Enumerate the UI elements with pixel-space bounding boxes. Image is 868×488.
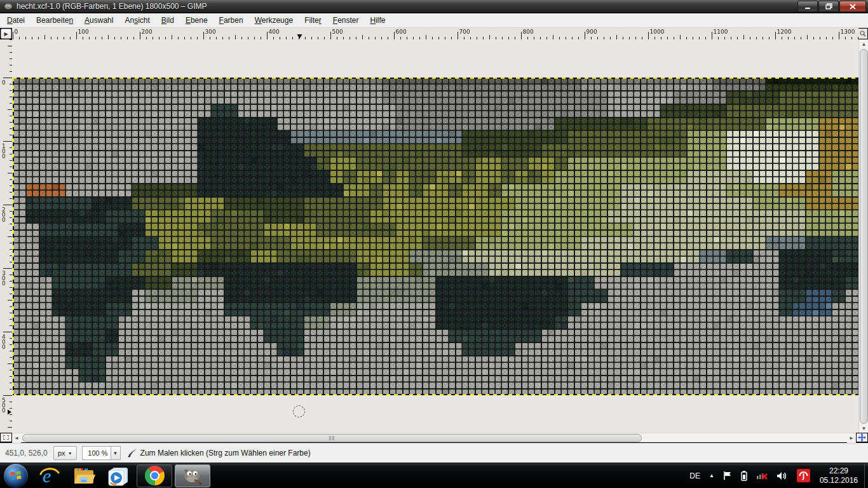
brush-outline-cursor [293,405,305,417]
menubar: DateiBearbeitenAuswahlAnsichtBildEbeneFa… [0,13,868,28]
clock[interactable]: 22:29 05.12.2016 [820,466,858,485]
horizontal-scrollbar[interactable]: ◄ ⦀⦀ ► [12,433,856,442]
windows-flag-icon [10,470,22,482]
language-indicator[interactable]: DE [689,471,700,480]
clock-date: 05.12.2016 [820,476,858,485]
menu-ebene[interactable]: Ebene [180,14,214,27]
status-message: Zum Malen klicken (Strg zum Wählen einer… [140,449,311,458]
zoom-input[interactable]: 100 % [82,446,111,460]
unit-value: px [58,449,65,457]
vertical-scrollbar[interactable]: ▲ ▼ [858,39,868,433]
window-titlebar[interactable]: hecht.xcf-1.0 (RGB-Farben, 1 Ebene) 1800… [0,0,868,13]
gimp-window-icon [4,3,13,10]
gimp-taskbar-button[interactable] [175,464,210,487]
menu-datei[interactable]: Datei [1,14,31,27]
menu-fenster[interactable]: Fenster [327,14,365,27]
vertical-scroll-thumb[interactable] [860,49,868,424]
menu-ansicht[interactable]: Ansicht [119,14,155,27]
system-tray: DE ▲ [685,463,868,488]
menu-bild[interactable]: Bild [156,14,180,27]
chrome-icon [145,466,165,485]
menu-auswahl[interactable]: Auswahl [79,14,119,27]
navigation-button[interactable] [857,433,867,442]
image-canvas[interactable] [13,78,858,395]
hidden-icons-arrow[interactable]: ▲ [709,473,714,478]
statusbar: 451,0, 526,0 px ▼ 100 % ▼ Zum Malen klic… [0,443,868,463]
window-title: hecht.xcf-1.0 (RGB-Farben, 1 Ebene) 1800… [17,2,207,11]
quick-mask-toggle[interactable] [1,433,11,442]
gimp-wilber-icon [182,466,203,485]
windows-explorer-icon[interactable] [71,464,97,487]
scroll-right-arrow[interactable]: ► [847,433,856,443]
zoom-follow-window-button[interactable] [858,29,867,39]
close-button[interactable] [839,1,866,12]
action-center-flag-icon[interactable] [723,471,732,480]
vertical-ruler[interactable] [0,39,12,433]
menu-bearbeiten[interactable]: Bearbeiten [31,14,79,27]
restore-button[interactable] [818,1,839,12]
avira-icon[interactable] [797,469,810,482]
pointer-position: 451,0, 526,0 [5,449,50,458]
scroll-down-arrow[interactable]: ▼ [859,424,868,433]
navigation-cross-icon [858,433,866,442]
network-error-icon[interactable] [756,471,768,481]
quick-mask-icon [3,435,9,440]
menu-hilfe[interactable]: Hilfe [365,14,391,27]
scroll-left-arrow[interactable]: ◄ [12,433,21,443]
internet-explorer-icon[interactable]: e [37,464,62,487]
chrome-taskbar-button[interactable] [137,464,172,487]
start-button[interactable] [4,464,28,488]
screen: hecht.xcf-1.0 (RGB-Farben, 1 Ebene) 1800… [0,0,868,488]
ruler-corner-button[interactable]: ▶ [1,29,11,39]
menu-filter[interactable]: Filter [299,14,327,27]
show-desktop-button[interactable] [864,463,868,488]
chevron-down-icon: ▼ [68,451,72,456]
taskbar: e [0,463,868,488]
unit-dropdown[interactable]: px ▼ [53,446,77,460]
menu-farben[interactable]: Farben [214,14,249,27]
minimize-button[interactable] [797,1,818,12]
magnifier-icon [860,30,866,37]
scroll-up-arrow[interactable]: ▲ [859,39,868,48]
horizontal-scroll-thumb[interactable]: ⦀⦀ [22,434,642,442]
paintbrush-icon [127,448,138,458]
zoom-dropdown-arrow[interactable]: ▼ [111,446,121,460]
battery-icon[interactable] [741,471,747,481]
horizontal-ruler[interactable] [12,28,858,39]
media-player-icon[interactable] [105,464,131,487]
clock-time: 22:29 [820,466,858,476]
menu-werkzeuge[interactable]: Werkzeuge [249,14,299,27]
volume-icon[interactable] [776,471,788,481]
